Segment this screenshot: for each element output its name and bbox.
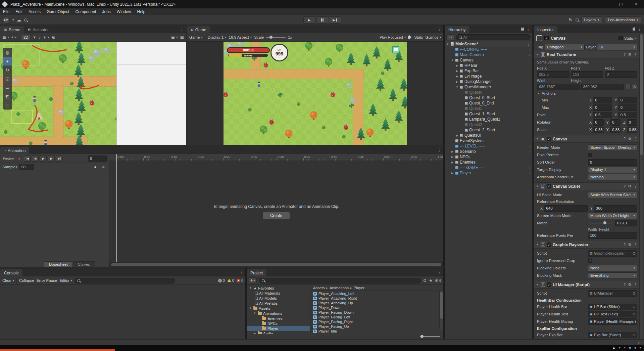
rotation-z[interactable]: 0 [627,119,637,126]
account-button[interactable]: LM [3,16,10,24]
prefab-open-chevron[interactable]: › [529,47,531,51]
object-reference-field[interactable]: ▣Exp Bar (Slider)⊙ [588,332,637,338]
scene-menu-icon[interactable]: ⋮ [527,42,531,46]
tab-hierarchy[interactable]: Hierarchy [445,26,469,33]
menu-file[interactable]: File [0,8,12,15]
tab-game[interactable]: ▶Game [187,26,210,33]
object-picker-icon[interactable]: ⊙ [633,305,636,309]
menu-jobs[interactable]: Jobs [99,8,113,15]
prefab-open-chevron[interactable]: › [529,149,531,153]
breadcrumb-item[interactable]: Assets [313,286,325,290]
menu-edit[interactable]: Edit [12,8,26,15]
maximize-button[interactable]: ▢ [613,0,629,8]
foldout-icon[interactable]: ▶ [455,64,459,67]
asset-item[interactable]: Player_Facing_Right [310,319,443,324]
quest-log-button[interactable] [392,46,399,53]
asset-item[interactable]: Player_Idle [310,329,443,334]
prefab-open-chevron[interactable]: › [529,171,531,175]
clear-button[interactable]: Clear▾ [2,278,14,282]
foldout-icon[interactable]: ▼ [451,59,454,62]
project-panel-menu-icon[interactable]: ⋮ [437,270,441,275]
add-keyframe-button[interactable]: ◆ [92,164,99,170]
asset-item[interactable]: Player_Attacking_Right [310,296,443,301]
hierarchy-item[interactable]: Quest0 [445,90,532,95]
tab-inspector[interactable]: Inspector [534,26,557,33]
pos-y-field[interactable]: 159 [571,71,603,78]
anchor-min-y[interactable]: 0 [618,97,637,103]
tray-icon[interactable]: ● [639,346,641,349]
folder-item[interactable]: ▼Assets [247,306,310,311]
move-tool-button[interactable]: + [3,57,12,65]
rotation-y[interactable]: 0 [610,119,621,126]
ref-resolution-y[interactable]: 360 [594,205,637,212]
scene-camera-dropdown[interactable]: ▣▾ [171,35,178,39]
foldout-icon[interactable]: ▼ [249,307,252,310]
cloud-icon[interactable]: ☁ [17,17,21,22]
error-pause-toggle[interactable]: Error Pause [37,278,57,282]
foldout-icon[interactable]: ▶ [451,161,454,164]
global-search-icon[interactable] [576,18,579,21]
scene-lighting-toggle[interactable]: ☀ [33,35,36,39]
gizmos-toggle-icon[interactable]: ▦ [180,35,184,39]
hierarchy-item[interactable]: ---- GAME ----› [445,165,532,170]
pause-button[interactable] [316,16,328,24]
ref-pixels-field[interactable]: 100 [588,232,637,239]
favorite-item[interactable]: All Models [247,296,310,301]
preview-toggle[interactable]: Preview [2,156,14,162]
menu-gameobject[interactable]: GameObject [44,8,72,15]
asset-item[interactable]: Player_Facing_Down [310,310,443,315]
inspector-panel-menu-icon[interactable]: ⋮ [638,27,642,32]
canvas-scaler-enabled-checkbox[interactable]: ✓ [547,184,551,188]
pivot-y[interactable]: 0.5 [618,112,637,118]
playhead[interactable] [116,154,117,262]
screen-match-dropdown[interactable]: Match Width Or Height▾ [588,213,637,219]
console-panel-menu-icon[interactable]: ⋮ [239,270,243,275]
foldout-icon[interactable]: ▶ [451,156,454,159]
create-animation-button[interactable]: Create [262,212,290,219]
canvas-enabled-checkbox[interactable]: ✓ [547,137,551,141]
play-focused-dropdown[interactable]: Play Focused▾ [380,35,406,39]
prefab-open-chevron[interactable]: › [529,166,531,170]
favorite-item[interactable]: All Materials [247,291,310,296]
custom-tool-button[interactable]: ◌ [3,100,12,109]
folder-item[interactable]: ▼Animations [247,311,310,316]
help-icon[interactable]: ? [624,52,626,57]
width-field[interactable]: 639.7687 [537,84,580,90]
scale-y[interactable]: 0.883 [610,127,621,133]
graphic-raycaster-enabled-checkbox[interactable]: ✓ [547,243,551,247]
tab-console[interactable]: Console [0,269,22,276]
hierarchy-item[interactable]: Quest_2_Start [445,127,532,133]
pos-x-field[interactable]: 282.5 [537,71,569,78]
folder-item[interactable]: ▶Audio [247,331,310,334]
hierarchy-item[interactable]: ▼Canvas [445,57,532,63]
scene-visibility-toggle[interactable]: ◉ [52,35,55,39]
pos-z-field[interactable]: 0 [605,71,637,78]
record-button[interactable]: ● [16,156,22,162]
hierarchy-item[interactable]: ▶Scenario› [445,149,532,154]
hierarchy-item[interactable]: ▶DialogManager [445,79,532,84]
first-frame-button[interactable]: |◀ [24,156,31,162]
hierarchy-item[interactable]: Quest_1_Start [445,111,532,117]
grid-visibility-dropdown[interactable]: ▦▾ [2,35,9,39]
tab-project[interactable]: Project [247,269,266,276]
canvas-component-header[interactable]: ▼▣ ✓ Canvas ?⚙⋮ [534,135,639,143]
menu-assets[interactable]: Assets [26,8,44,15]
prefab-open-chevron[interactable]: › [529,144,531,148]
raw-edit-mode-button[interactable]: R [632,84,637,89]
scale-slider[interactable] [266,37,286,38]
rect-tool-button[interactable]: ▭ [3,83,12,92]
display-dropdown[interactable]: Display 1▾ [208,35,227,39]
create-object-button[interactable]: +▾ [446,34,454,40]
hierarchy-item[interactable]: ▶Enemies [445,160,532,165]
scale-z[interactable]: 0.883 [627,127,637,133]
scale-tool-button[interactable]: ◱ [3,74,12,83]
hierarchy-item[interactable]: Quest_0_End [445,100,532,106]
menu-help[interactable]: Help [134,8,149,15]
gizmos-dropdown[interactable]: Gizmos▾ [425,35,441,39]
foldout-icon[interactable]: ▼ [253,312,256,315]
folder-item[interactable]: Enemies [247,316,310,321]
curves-tab[interactable]: Curves [73,261,95,267]
anchor-min-x[interactable]: 0 [593,97,612,103]
inspector-scrollbar[interactable] [639,34,643,339]
component-menu-icon[interactable]: ⋮ [634,52,637,57]
